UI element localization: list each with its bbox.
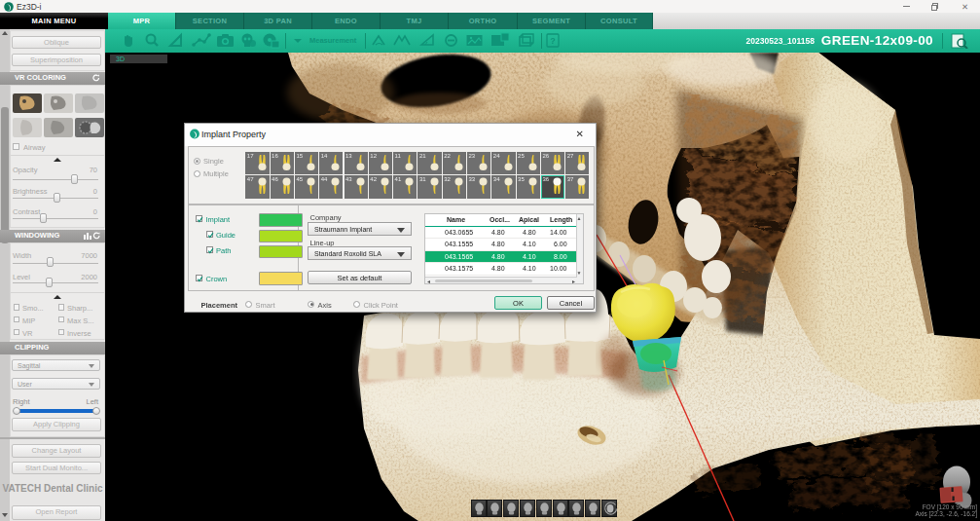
- svg-text:?: ?: [550, 36, 556, 46]
